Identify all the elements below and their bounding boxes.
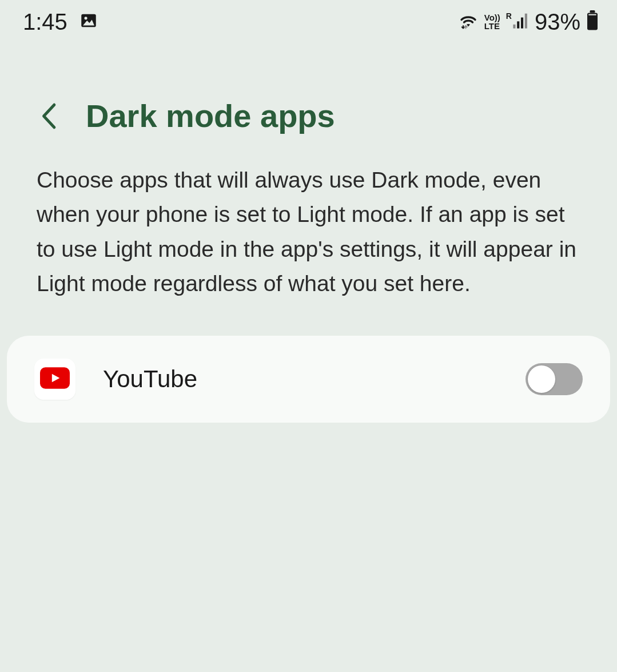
svg-point-1 (84, 17, 87, 19)
wifi-icon (458, 12, 479, 31)
status-time: 1:45 (23, 9, 67, 35)
battery-percent: 93% (535, 9, 580, 35)
battery-icon (586, 10, 599, 33)
picture-icon (79, 11, 98, 33)
svg-rect-8 (588, 14, 596, 15)
svg-rect-4 (521, 18, 523, 29)
svg-rect-2 (513, 25, 515, 29)
signal-icon (513, 12, 529, 31)
app-row-youtube[interactable]: YouTube (7, 336, 610, 423)
status-left: 1:45 (23, 9, 98, 35)
page-description: Choose apps that will always use Dark mo… (0, 152, 617, 330)
svg-rect-5 (525, 14, 527, 29)
app-name-label: YouTube (103, 365, 498, 393)
toggle-knob (528, 365, 555, 393)
chevron-left-icon (40, 102, 57, 130)
svg-rect-7 (587, 13, 598, 30)
volte-indicator: Vo)) LTE (484, 13, 500, 30)
status-bar: 1:45 Vo)) LTE R (0, 0, 617, 40)
page-header: Dark mode apps (0, 40, 617, 152)
toggle-switch[interactable] (526, 363, 583, 395)
signal-group: R (506, 12, 529, 31)
app-icon-wrap (34, 359, 75, 400)
back-button[interactable] (34, 102, 63, 130)
status-right: Vo)) LTE R 93% (458, 9, 599, 35)
youtube-icon (40, 367, 70, 391)
svg-rect-3 (517, 21, 519, 28)
page-title: Dark mode apps (86, 97, 335, 134)
roaming-indicator: R (506, 12, 512, 21)
svg-rect-6 (590, 10, 595, 13)
